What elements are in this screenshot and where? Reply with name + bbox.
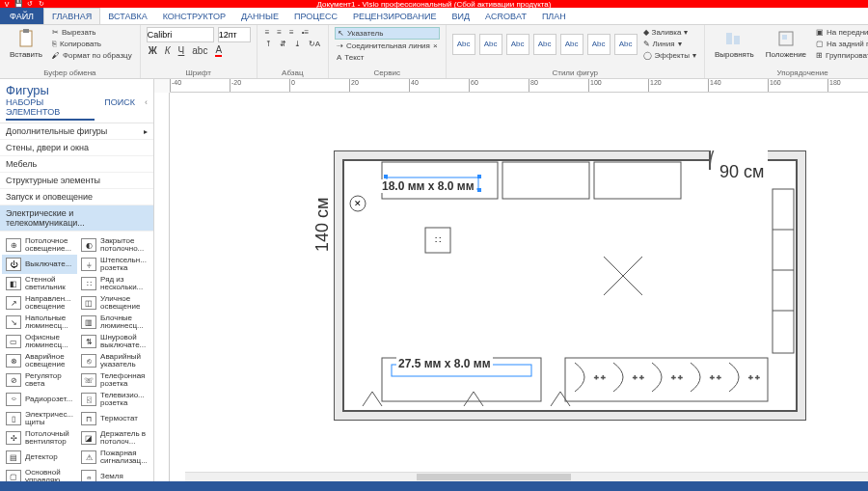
- stencil-item[interactable]: ◪Держатель в потолоч...: [77, 428, 151, 448]
- tab-review[interactable]: РЕЦЕНЗИРОВАНИЕ: [345, 8, 445, 24]
- effects-button[interactable]: ◯ Эффекты ▾: [641, 50, 698, 61]
- stencil-category[interactable]: Стены, двери и окна: [0, 140, 153, 156]
- dimension-vertical: 140 см: [312, 198, 333, 252]
- stencil-icon: ⌔: [6, 393, 21, 406]
- pointer-tool[interactable]: ↖ Указатель: [335, 27, 440, 40]
- stencil-category[interactable]: Запуск и оповещение: [0, 189, 153, 205]
- stencil-item[interactable]: ⎋Аварийный указатель: [77, 351, 151, 370]
- stencil-item[interactable]: ⊕Потолочное освещение...: [2, 235, 77, 255]
- style-swatch[interactable]: Abc: [614, 34, 637, 55]
- tab-view[interactable]: ВИД: [444, 8, 477, 24]
- position-button[interactable]: Положение: [762, 27, 810, 61]
- align-left-button[interactable]: ≡: [263, 27, 272, 38]
- stencil-category[interactable]: Дополнительные фигуры▸: [0, 123, 153, 140]
- stencil-item[interactable]: ▭Офисные люминесц...: [2, 332, 77, 351]
- style-gallery[interactable]: Abc Abc Abc Abc Abc Abc Abc: [452, 34, 637, 55]
- text-tool[interactable]: A Текст: [335, 52, 440, 63]
- align-middle-button[interactable]: ⇵: [278, 39, 288, 49]
- style-swatch[interactable]: Abc: [533, 34, 556, 55]
- horizontal-scrollbar[interactable]: [185, 472, 868, 481]
- stencil-item[interactable]: ⏻Выключате...: [2, 255, 77, 274]
- stencil-item[interactable]: ◧Стенной светильник: [2, 274, 77, 293]
- shapes-tab-sets[interactable]: НАБОРЫ ЭЛЕМЕНТОВ: [6, 97, 95, 121]
- stencil-item[interactable]: ⚠Пожарная сигнализац...: [77, 448, 151, 467]
- tab-home[interactable]: ГЛАВНАЯ: [43, 8, 100, 24]
- shapes-collapse-icon[interactable]: ‹: [145, 97, 148, 121]
- undo-icon[interactable]: ↺: [25, 0, 35, 8]
- rotate-text-button[interactable]: ↻A: [307, 39, 322, 49]
- paste-button[interactable]: Вставить: [6, 27, 46, 61]
- svg-rect-22: [477, 188, 481, 192]
- stencil-item[interactable]: ⏛Земля: [77, 467, 151, 481]
- tab-insert[interactable]: ВСТАВКА: [100, 8, 154, 24]
- connector-tool[interactable]: ⇢ Соединительная линия ×: [335, 41, 440, 51]
- format-painter-button[interactable]: 🖌 Формат по образцу: [50, 50, 134, 61]
- stencil-item[interactable]: ✣Потолочный вентилятор: [2, 428, 77, 448]
- stencil-item[interactable]: ▢Основной управляю...: [2, 467, 77, 481]
- stencil-item[interactable]: ⍃Телевизио... розетка: [77, 390, 151, 409]
- drawing-canvas[interactable]: ✕ ∷: [170, 93, 868, 481]
- align-top-button[interactable]: ⤒: [263, 39, 274, 49]
- tab-plan[interactable]: ПЛАН: [534, 8, 574, 24]
- redo-icon[interactable]: ↻: [37, 0, 46, 8]
- style-swatch[interactable]: Abc: [452, 34, 475, 55]
- save-icon[interactable]: 💾: [14, 0, 23, 8]
- stencil-item[interactable]: ◐Закрытое потолочно...: [77, 235, 151, 255]
- style-swatch[interactable]: Abc: [587, 34, 610, 55]
- stencil-item[interactable]: ⇅Шнуровой выключате...: [77, 332, 151, 351]
- ruler-tick: 100: [588, 79, 602, 92]
- stencil-icon: ⏛: [81, 470, 96, 481]
- stencil-category[interactable]: Электрические и телекоммуникаци...: [0, 205, 153, 232]
- line-button[interactable]: ✎ Линия ▾: [641, 39, 698, 49]
- strike-button[interactable]: abc: [190, 44, 209, 57]
- align-bottom-button[interactable]: ⤓: [292, 39, 303, 49]
- bring-front-button[interactable]: ▣ На передний план: [814, 27, 868, 38]
- ruler-tick: 60: [469, 79, 478, 92]
- stencil-item[interactable]: ▯Электричес... щиты: [2, 409, 77, 428]
- stencil-category[interactable]: Структурные элементы: [0, 173, 153, 189]
- tab-data[interactable]: ДАННЫЕ: [233, 8, 286, 24]
- stencil-item[interactable]: ▥Блочные люминесц...: [77, 313, 151, 332]
- tab-file[interactable]: ФАЙЛ: [0, 8, 43, 24]
- cut-button[interactable]: ✂ Вырезать: [50, 27, 134, 38]
- fill-button[interactable]: ◆ Заливка ▾: [641, 27, 698, 38]
- stencil-item[interactable]: ◫Уличное освещение: [77, 293, 151, 313]
- shapes-tab-search[interactable]: ПОИСК: [104, 97, 135, 121]
- stencil-icon: ▯: [6, 412, 21, 425]
- stencil-item[interactable]: ⊗Аварийное освещение: [2, 351, 77, 370]
- stencil-item[interactable]: ∷Ряд из нескольки...: [77, 274, 151, 293]
- stencil-item[interactable]: ↘Напольные люминесц...: [2, 313, 77, 332]
- style-swatch[interactable]: Abc: [560, 34, 583, 55]
- tab-acrobat[interactable]: ACROBAT: [477, 8, 534, 24]
- bullets-button[interactable]: •≡: [300, 27, 311, 38]
- stencil-category-list: Дополнительные фигуры▸Стены, двери и окн…: [0, 123, 153, 232]
- workspace: Фигуры НАБОРЫ ЭЛЕМЕНТОВ ПОИСК ‹ Дополнит…: [0, 79, 868, 481]
- align-center-button[interactable]: ≡: [275, 27, 284, 38]
- stencil-item[interactable]: ☏Телефонная розетка: [77, 370, 151, 390]
- italic-button[interactable]: К: [163, 44, 173, 57]
- tab-design[interactable]: КОНСТРУКТОР: [155, 8, 233, 24]
- bold-button[interactable]: Ж: [147, 44, 159, 57]
- svg-rect-1: [23, 29, 29, 33]
- font-color-button[interactable]: A: [213, 43, 224, 58]
- stencil-item[interactable]: ⏚Штепсельн... розетка: [77, 255, 151, 274]
- copy-button[interactable]: ⎘ Копировать: [50, 39, 134, 49]
- stencil-item[interactable]: ↗Направлен... освещение: [2, 293, 77, 313]
- underline-button[interactable]: Ч: [176, 44, 187, 57]
- style-swatch[interactable]: Abc: [506, 34, 529, 55]
- font-size-combo[interactable]: [218, 27, 251, 42]
- align-right-button[interactable]: ≡: [287, 27, 296, 38]
- stencil-item[interactable]: ⊓Термостат: [77, 409, 151, 428]
- stencil-category[interactable]: Мебель: [0, 156, 153, 173]
- stencil-item[interactable]: ⌔Радиорозет...: [2, 390, 77, 409]
- tab-process[interactable]: ПРОЦЕСС: [286, 8, 345, 24]
- stencil-item[interactable]: ⊘Регулятор света: [2, 370, 77, 390]
- align-button[interactable]: Выровнять: [711, 27, 758, 61]
- ruler-tick: 0: [289, 79, 295, 92]
- stencil-item[interactable]: ▤Детектор: [2, 448, 77, 467]
- send-back-button[interactable]: ▢ На задний план: [814, 39, 868, 49]
- ruler-tick: 160: [768, 79, 781, 92]
- style-swatch[interactable]: Abc: [479, 34, 502, 55]
- font-name-combo[interactable]: [147, 27, 214, 42]
- group-button[interactable]: ⊞ Группировать: [814, 50, 868, 61]
